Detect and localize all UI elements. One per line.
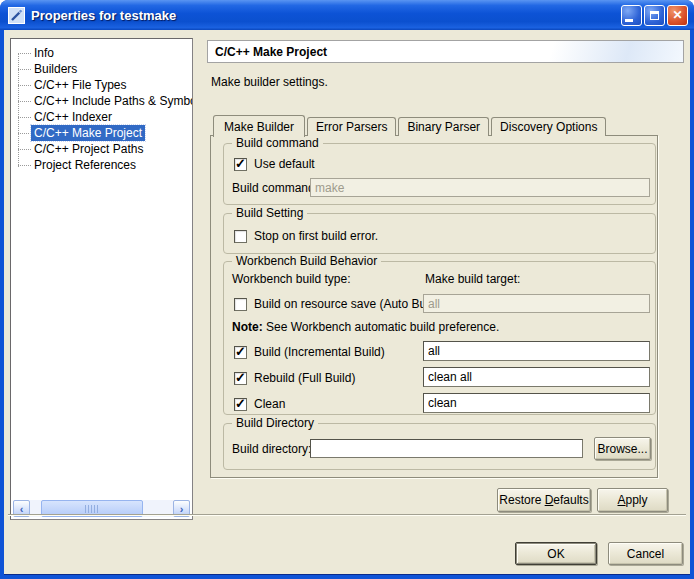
clean-label: Clean: [254, 397, 285, 411]
build-command-group-title: Build command: [232, 136, 323, 150]
build-directory-group: Build Directory Build directory: Browse.…: [223, 423, 656, 470]
stop-on-error-label: Stop on first build error.: [254, 229, 378, 243]
restore-defaults-button[interactable]: Restore Defaults: [497, 488, 591, 512]
minimize-icon: [625, 19, 633, 22]
clean-checkbox[interactable]: [234, 398, 247, 411]
use-default-row: Use default: [234, 156, 315, 172]
maximize-button[interactable]: [644, 5, 665, 26]
close-icon: ✕: [672, 9, 682, 21]
build-setting-group: Build Setting Stop on first build error.: [223, 213, 656, 254]
workbench-build-type-header: Workbench build type:: [232, 272, 351, 286]
clean-row: Clean: [234, 396, 285, 412]
tree-item-project-references[interactable]: Project References: [11, 157, 192, 173]
tree-item-file-types[interactable]: C/C++ File Types: [11, 77, 192, 93]
tree-item-project-paths[interactable]: C/C++ Project Paths: [11, 141, 192, 157]
use-default-checkbox[interactable]: [234, 158, 247, 171]
auto-build-checkbox[interactable]: [234, 298, 247, 311]
tab-error-parsers[interactable]: Error Parsers: [307, 117, 396, 136]
properties-dialog: Properties for testmake ✕ Info Builders …: [0, 0, 694, 579]
titlebar[interactable]: Properties for testmake ✕: [0, 0, 694, 30]
minimize-button[interactable]: [621, 5, 642, 26]
apply-button[interactable]: Apply: [597, 488, 668, 512]
rebuild-row: Rebuild (Full Build): [234, 370, 355, 386]
maximize-icon: [650, 11, 659, 20]
tree-item-make-project[interactable]: C/C++ Make Project: [11, 125, 192, 141]
use-default-label: Use default: [254, 157, 315, 171]
build-directory-label: Build directory:: [232, 442, 311, 456]
incremental-build-row: Build (Incremental Build): [234, 344, 385, 360]
tab-discovery-options[interactable]: Discovery Options: [491, 117, 606, 136]
clean-target-input[interactable]: [423, 393, 650, 413]
browse-button[interactable]: Browse...: [594, 437, 651, 460]
workbench-group-title: Workbench Build Behavior: [232, 254, 381, 268]
build-setting-group-title: Build Setting: [232, 206, 307, 220]
window-title: Properties for testmake: [31, 8, 621, 23]
tab-bar: Make Builder Error Parsers Binary Parser…: [213, 114, 606, 136]
auto-build-target-input: [423, 294, 650, 313]
button-bar-separator: [8, 514, 686, 515]
rebuild-checkbox[interactable]: [234, 372, 247, 385]
auto-build-row: Build on resource save (Auto Build): [234, 296, 442, 312]
page-title: C/C++ Make Project: [215, 45, 327, 59]
make-build-target-header: Make build target:: [425, 272, 520, 286]
build-command-label: Build command:: [232, 181, 318, 195]
stop-on-error-row: Stop on first build error.: [234, 228, 378, 244]
cancel-button[interactable]: Cancel: [608, 542, 683, 565]
tree-item-builders[interactable]: Builders: [11, 61, 192, 77]
window-icon: [8, 7, 25, 24]
tab-binary-parser[interactable]: Binary Parser: [398, 117, 489, 136]
tree-item-indexer[interactable]: C/C++ Indexer: [11, 109, 192, 125]
ok-button[interactable]: OK: [515, 542, 597, 565]
tree-item-info[interactable]: Info: [11, 45, 192, 61]
tree-item-include-paths[interactable]: C/C++ Include Paths & Symbo: [11, 93, 192, 109]
build-command-input: [310, 178, 650, 197]
rebuild-label: Rebuild (Full Build): [254, 371, 355, 385]
auto-build-label: Build on resource save (Auto Build): [254, 297, 442, 311]
incremental-build-target-input[interactable]: [423, 341, 650, 361]
tab-make-builder[interactable]: Make Builder: [213, 115, 305, 137]
note-label: Note:: [232, 320, 263, 334]
scrollbar-grip-icon: [85, 505, 98, 513]
note-text: See Workbench automatic build preference…: [266, 320, 499, 334]
build-directory-input[interactable]: [310, 439, 583, 458]
note-row: Note: See Workbench automatic build pref…: [232, 320, 499, 334]
page-description: Make builder settings.: [211, 75, 328, 89]
close-button[interactable]: ✕: [667, 5, 688, 26]
build-directory-group-title: Build Directory: [232, 416, 318, 430]
incremental-build-checkbox[interactable]: [234, 346, 247, 359]
dialog-body: Info Builders C/C++ File Types C/C++ Inc…: [4, 30, 690, 575]
page-header: C/C++ Make Project: [207, 40, 684, 63]
incremental-build-label: Build (Incremental Build): [254, 345, 385, 359]
properties-tree: Info Builders C/C++ File Types C/C++ Inc…: [10, 38, 193, 520]
build-command-group: Build command Use default Build command:: [223, 143, 656, 205]
make-builder-panel: Build command Use default Build command:…: [210, 135, 658, 478]
rebuild-target-input[interactable]: [423, 367, 650, 387]
workbench-build-behavior-group: Workbench Build Behavior Workbench build…: [223, 261, 656, 415]
stop-on-error-checkbox[interactable]: [234, 230, 247, 243]
